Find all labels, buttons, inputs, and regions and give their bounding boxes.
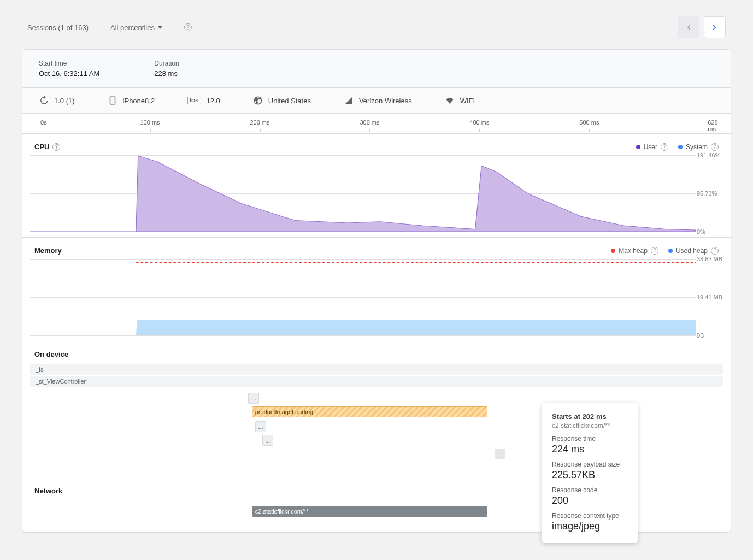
meta-device: iPhone8,2 — [108, 96, 155, 105]
top-bar: Sessions (1 of 163) All percentiles ? — [22, 11, 731, 49]
tooltip-url: c2.staticflickr.com/** — [552, 422, 628, 429]
prev-session-button[interactable] — [678, 16, 699, 38]
tooltip-resp-time-label: Response time — [552, 435, 628, 443]
cpu-legend-system: System — [686, 143, 708, 151]
signal-icon — [344, 96, 354, 105]
user-legend-dot — [636, 145, 640, 149]
ruler-tick: 300 ms — [360, 119, 379, 126]
trace-span-product-image-loading[interactable]: productImageLoading — [252, 406, 487, 417]
memory-chart[interactable]: 38.83 MB 19.41 MB 0B — [30, 259, 696, 335]
ruler-tick: 400 ms — [469, 119, 489, 126]
trace-span-collapsed[interactable]: ... — [248, 393, 259, 404]
trace-row-viewcontroller[interactable]: _st_ViewController — [30, 376, 723, 387]
trace-span-collapsed[interactable]: ... — [255, 421, 266, 432]
ruler-tick: 628 ms — [708, 119, 717, 132]
cpu-title: CPU — [34, 143, 49, 151]
memory-legend-max: Max heap — [619, 247, 648, 255]
cpu-chart[interactable]: 191.46% 95.73% 0% — [30, 155, 696, 232]
phone-icon — [108, 96, 117, 105]
sessions-counter: Sessions (1 of 163) — [27, 23, 89, 32]
history-icon — [39, 96, 49, 105]
mem-y-top: 38.83 MB — [697, 256, 722, 262]
help-icon[interactable]: ? — [711, 143, 719, 151]
on-device-title: On device — [34, 350, 68, 358]
chevron-down-icon — [158, 26, 162, 29]
metadata-row: 1.0 (1) iPhone8,2 iOS 12.0 United States… — [22, 88, 731, 114]
ruler-tick: 500 ms — [579, 119, 599, 126]
ruler-tick: 100 ms — [140, 119, 160, 126]
cpu-panel: CPU ? User? System? 191.46% 95.73% 0% — [22, 134, 731, 238]
tooltip-resp-time-value: 224 ms — [552, 444, 628, 455]
chevron-right-icon — [710, 22, 720, 32]
cpu-y-top: 191.46% — [697, 152, 720, 158]
tooltip-code-value: 200 — [552, 495, 628, 506]
percentile-label: All percentiles — [110, 23, 155, 32]
cpu-legend-user: User — [644, 143, 657, 151]
meta-carrier: Verizon Wireless — [344, 96, 412, 105]
os-badge-icon: iOS — [187, 97, 201, 104]
session-card: Start time Oct 16, 6:32:11 AM Duration 2… — [22, 49, 731, 533]
trace-span-ghost[interactable] — [495, 449, 505, 459]
tooltip-code-label: Response code — [552, 486, 628, 494]
duration-label: Duration — [154, 60, 179, 67]
network-title: Network — [34, 487, 62, 495]
network-tooltip: Starts at 202 ms c2.staticflickr.com/** … — [542, 403, 638, 543]
meta-os: iOS 12.0 — [187, 97, 220, 105]
maxheap-legend-dot — [611, 249, 615, 253]
session-header: Start time Oct 16, 6:32:11 AM Duration 2… — [22, 50, 731, 88]
ruler-tick: 200 ms — [250, 119, 269, 126]
memory-panel: Memory Max heap? Used heap? 38.83 MB 19.… — [22, 238, 731, 341]
wifi-icon — [445, 96, 455, 105]
meta-network: WIFI — [445, 96, 475, 105]
network-span-flickr[interactable]: c2.staticflickr.com/** — [252, 506, 487, 517]
start-time-label: Start time — [39, 60, 99, 67]
globe-icon — [253, 96, 263, 105]
tooltip-payload-value: 225.57KB — [552, 469, 628, 481]
tooltip-ctype-label: Response content type — [552, 512, 628, 520]
usedheap-legend-dot — [668, 249, 673, 253]
tooltip-heading: Starts at 202 ms — [552, 412, 628, 421]
cpu-y-bot: 0% — [697, 228, 705, 235]
help-icon[interactable]: ? — [651, 247, 658, 255]
next-session-button[interactable] — [704, 16, 726, 38]
mem-y-mid: 19.41 MB — [697, 294, 722, 300]
cpu-y-mid: 95.73% — [697, 190, 717, 197]
chevron-left-icon — [684, 22, 693, 32]
memory-legend-used: Used heap — [676, 247, 708, 255]
mem-y-bot: 0B — [697, 332, 704, 339]
help-icon[interactable]: ? — [661, 143, 668, 151]
timeline-ruler: 0s100 ms200 ms300 ms400 ms500 ms628 ms — [22, 114, 731, 134]
trace-span-collapsed[interactable]: ... — [262, 435, 273, 446]
system-legend-dot — [678, 145, 683, 149]
meta-country: United States — [253, 96, 311, 105]
percentile-dropdown[interactable]: All percentiles — [110, 23, 162, 32]
tooltip-ctype-value: image/jpeg — [552, 521, 628, 532]
help-icon[interactable]: ? — [52, 143, 60, 151]
trace-row-fs[interactable]: _fs — [30, 364, 723, 375]
help-icon[interactable]: ? — [711, 247, 719, 255]
memory-title: Memory — [34, 246, 62, 255]
ruler-tick: 0s — [40, 119, 47, 126]
meta-version: 1.0 (1) — [39, 96, 75, 105]
tooltip-payload-label: Response payload size — [552, 461, 628, 468]
duration-value: 228 ms — [154, 69, 179, 78]
help-icon[interactable]: ? — [184, 23, 192, 31]
start-time-value: Oct 16, 6:32:11 AM — [39, 69, 99, 78]
